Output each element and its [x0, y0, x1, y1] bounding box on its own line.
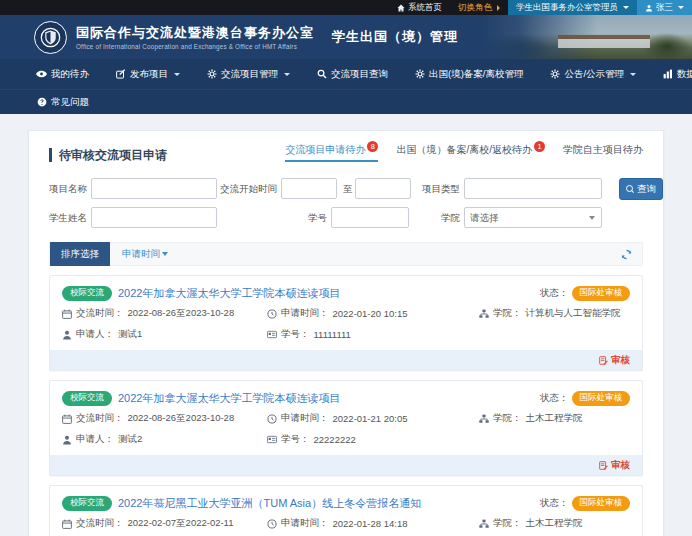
nav-my-todos[interactable]: 我的待办 — [36, 68, 89, 81]
college-value: 土木工程学院 — [526, 517, 583, 530]
applicant-value: 测试1 — [118, 328, 142, 341]
project-title-link[interactable]: 2022年加拿大渥太华大学工学院本硕连读项目 — [118, 286, 340, 301]
brand-header: 国际合作与交流处暨港澳台事务办公室 Office of Internationa… — [0, 15, 692, 59]
start-date-from-input[interactable] — [281, 178, 337, 199]
date-separator: 至 — [343, 178, 353, 199]
nav-exchange-project-manage[interactable]: 交流项目管理 — [206, 68, 290, 81]
review-button-label: 审核 — [611, 354, 630, 367]
tab-badge: 8 — [367, 141, 378, 152]
sort-bar: 排序选择 申请时间 — [49, 242, 643, 266]
student-id-meta-label: 学号： — [281, 433, 310, 446]
person-icon — [62, 330, 72, 340]
chevron-down-icon — [630, 73, 636, 76]
college-label: 学院 — [384, 207, 460, 228]
review-button[interactable]: 审核 — [599, 354, 630, 367]
nav-statistics[interactable]: 数据统计 — [662, 68, 692, 81]
status-label: 状态： — [540, 287, 569, 300]
nav-label: 交流项目管理 — [221, 68, 278, 81]
role-dropdown[interactable]: 学生出国事务办公室管理员 — [508, 0, 637, 15]
apply-time-label: 申请时间： — [281, 517, 329, 530]
eye-icon — [36, 69, 47, 80]
review-bar: 审核 — [50, 350, 642, 370]
home-link[interactable]: 系统首页 — [389, 0, 450, 15]
student-name-label: 学生姓名 — [49, 207, 87, 228]
sort-by-apply-time[interactable]: 申请时间 — [122, 248, 168, 261]
student-id-label: 学号 — [271, 207, 327, 228]
project-title-link[interactable]: 2022年加拿大渥太华大学工学院本硕连读项目 — [118, 391, 340, 406]
switch-role-link[interactable]: 切换角色 — [450, 0, 508, 15]
status-badge: 国际处审核 — [572, 391, 631, 406]
status-badge: 国际处审核 — [572, 286, 631, 301]
nav-label: 交流项目查询 — [331, 68, 388, 81]
filter-form: 项目名称 交流开始时间 至 项目类型 查询 学生姓名 学号 学院 请选择 — [49, 178, 643, 228]
chevron-down-icon — [174, 73, 180, 76]
sort-select-button[interactable]: 排序选择 — [50, 242, 110, 266]
student-id-meta-label: 学号： — [281, 328, 310, 341]
exchange-time-value: 2022-08-26至2023-10-28 — [128, 307, 235, 320]
application-card: 校际交流 2022年加拿大渥太华大学工学院本硕连读项目 状态： 国际处审核 交流… — [49, 275, 643, 371]
nav-faq[interactable]: 常见问题 — [36, 96, 89, 109]
exchange-time-label: 交流时间： — [76, 517, 124, 530]
calendar-icon — [62, 519, 72, 529]
tab-record-leave-return-todo[interactable]: 出国（境）备案/离校/返校待办1 — [396, 143, 545, 162]
campus-photo — [482, 15, 692, 59]
search-icon — [316, 69, 327, 80]
college-value: 土木工程学院 — [526, 412, 583, 425]
review-button[interactable]: 审核 — [599, 459, 630, 472]
cogs-icon — [549, 69, 560, 80]
sitemap-icon — [479, 414, 489, 424]
tab-college-self-project-todo[interactable]: 学院自主项目待办 — [563, 143, 643, 162]
nav-exchange-project-search[interactable]: 交流项目查询 — [316, 68, 388, 81]
home-link-label: 系统首页 — [408, 2, 442, 14]
exchange-time-value: 2022-02-07至2022-02-11 — [128, 517, 234, 530]
college-select-value: 请选择 — [470, 212, 499, 223]
office-name-en: Office of International Cooperation and … — [76, 43, 314, 50]
status-label: 状态： — [540, 497, 569, 510]
cogs-icon — [206, 69, 217, 80]
review-bar: 审核 — [50, 455, 642, 475]
student-name-input[interactable] — [91, 207, 217, 228]
nav-announcement-manage[interactable]: 公告/公示管理 — [549, 68, 636, 81]
search-icon — [626, 185, 634, 193]
tab-exchange-apply-todo[interactable]: 交流项目申请待办8 — [285, 143, 378, 162]
apply-time-value: 2022-01-28 14:18 — [333, 518, 408, 529]
nav-abroad-record-manage[interactable]: 出国(境)备案/离校管理 — [414, 68, 523, 81]
status-badge: 国际处审核 — [572, 496, 631, 511]
home-icon — [397, 4, 405, 12]
exchange-time-label: 交流时间： — [76, 412, 124, 425]
nav-label: 数据统计 — [677, 68, 692, 81]
project-title-link[interactable]: 2022年慕尼黑工业大学亚洲（TUM Asia）线上冬令营报名通知 — [118, 496, 421, 511]
college-meta-label: 学院： — [493, 412, 522, 425]
apply-time-value: 2022-01-21 20:05 — [333, 413, 408, 424]
calendar-icon — [62, 309, 72, 319]
college-meta-label: 学院： — [493, 517, 522, 530]
apply-time-label: 申请时间： — [281, 412, 329, 425]
nav-label: 常见问题 — [51, 96, 89, 109]
applicant-label: 申请人： — [76, 433, 114, 446]
tab-badge: 1 — [534, 141, 545, 152]
project-type-tag: 校际交流 — [62, 391, 112, 406]
sitemap-icon — [479, 309, 489, 319]
sort-field-label: 申请时间 — [122, 248, 160, 261]
sitemap-icon — [479, 519, 489, 529]
user-menu[interactable]: 张三 — [637, 0, 692, 15]
project-type-input[interactable] — [464, 178, 602, 199]
tab-label: 学院自主项目待办 — [563, 144, 643, 155]
main-nav: 我的待办 发布项目 交流项目管理 交流项目查询 出国(境)备案/离校管理 公告/… — [0, 59, 692, 114]
app-title: 学生出国（境）管理 — [332, 28, 458, 46]
chevron-down-icon — [284, 73, 290, 76]
id-card-icon — [267, 435, 277, 445]
nav-label: 公告/公示管理 — [564, 68, 624, 81]
start-time-label: 交流开始时间 — [199, 178, 277, 199]
exchange-time-label: 交流时间： — [76, 307, 124, 320]
refresh-button[interactable] — [621, 249, 632, 260]
nav-publish-project[interactable]: 发布项目 — [115, 68, 180, 81]
review-icon — [599, 356, 608, 365]
tab-label: 交流项目申请待办 — [285, 144, 365, 155]
chevron-down-icon — [623, 6, 629, 9]
search-button[interactable]: 查询 — [619, 178, 663, 200]
page-title: 待审核交流项目申请 — [49, 148, 167, 162]
college-value: 计算机与人工智能学院 — [526, 307, 621, 320]
college-select[interactable]: 请选择 — [464, 207, 602, 228]
project-type-tag: 校际交流 — [62, 286, 112, 301]
